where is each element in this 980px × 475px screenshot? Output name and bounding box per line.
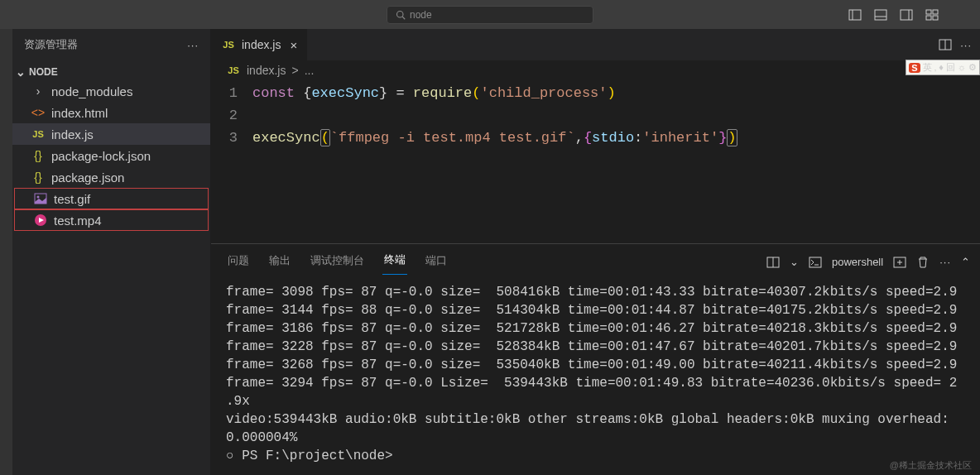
- search-icon: [396, 10, 406, 20]
- svg-rect-4: [875, 10, 886, 20]
- close-icon[interactable]: ×: [290, 38, 297, 52]
- term-tab-debug[interactable]: 调试控制台: [309, 250, 366, 275]
- file-label: package-lock.json: [51, 149, 151, 163]
- sidebar-item-package-json[interactable]: {} package.json: [12, 166, 210, 188]
- breadcrumb-file: index.js: [247, 64, 286, 77]
- svg-rect-8: [926, 10, 931, 14]
- watermark: @稀土掘金技术社区: [890, 459, 972, 472]
- ime-icons: ‚ ♦ 回 ☼ ⚙: [934, 61, 977, 74]
- svg-point-13: [37, 196, 40, 199]
- code-content[interactable]: const {execSync} = require('child_proces…: [252, 82, 980, 243]
- layout-grid-icon[interactable]: [925, 8, 939, 22]
- file-label: index.html: [51, 106, 108, 120]
- tab-index-js[interactable]: JS index.js ×: [211, 29, 308, 60]
- svg-rect-19: [809, 257, 821, 267]
- svg-rect-11: [933, 16, 938, 20]
- terminal-prompt: PS F:\project\node>: [242, 449, 392, 463]
- js-icon: JS: [221, 40, 236, 50]
- editor-more-icon[interactable]: ···: [960, 39, 972, 51]
- chevron-down-icon: ⌄: [16, 65, 26, 79]
- term-tab-problems[interactable]: 问题: [226, 250, 251, 275]
- line-gutter: 1 2 3: [211, 82, 252, 243]
- breadcrumb-sep: >: [291, 64, 298, 77]
- sidebar-more-icon[interactable]: ···: [187, 39, 199, 51]
- breadcrumbs[interactable]: JS index.js > ...: [211, 60, 980, 80]
- svg-rect-9: [933, 10, 938, 14]
- terminal-tabs: 问题 输出 调试控制台 终端 端口 ⌄ powershell ··· ⌃: [211, 244, 980, 275]
- folder-name: NODE: [29, 66, 58, 78]
- sidebar-item-index-html[interactable]: <> index.html: [12, 102, 210, 123]
- video-icon: [33, 214, 48, 227]
- chevron-down-icon[interactable]: ⌄: [790, 256, 799, 268]
- svg-rect-10: [926, 16, 931, 20]
- search-text: node: [410, 9, 432, 21]
- sidebar-title: 资源管理器: [24, 37, 78, 52]
- js-icon: JS: [226, 65, 241, 75]
- layout-bottom-icon[interactable]: [874, 8, 887, 22]
- titlebar-layout-icons: [848, 8, 939, 22]
- tab-label: index.js: [242, 38, 281, 51]
- terminal-more-icon[interactable]: ···: [939, 256, 951, 268]
- layout-right-icon[interactable]: [900, 8, 913, 22]
- command-search[interactable]: node: [387, 6, 593, 24]
- sidebar-item-index-js[interactable]: JS index.js: [12, 123, 210, 145]
- json-icon: {}: [31, 170, 46, 184]
- chevron-up-icon[interactable]: ⌃: [961, 256, 970, 268]
- svg-point-0: [397, 11, 404, 17]
- file-label: package.json: [51, 170, 124, 185]
- ime-lang: 英: [923, 61, 932, 74]
- breadcrumb-more: ...: [305, 64, 315, 77]
- terminal-panel: 问题 输出 调试控制台 终端 端口 ⌄ powershell ··· ⌃ fra…: [211, 243, 980, 475]
- file-label: test.mp4: [54, 214, 102, 228]
- editor-area: JS index.js × ··· JS index.js > ... 1 2 …: [211, 29, 980, 475]
- titlebar: node: [0, 0, 980, 29]
- shell-name[interactable]: powershell: [832, 256, 883, 268]
- sidebar-item-test-gif[interactable]: test.gif: [14, 188, 209, 209]
- html-icon: <>: [31, 106, 46, 119]
- sidebar-item-node-modules[interactable]: › node_modules: [12, 80, 210, 102]
- ime-badge[interactable]: S 英 ‚ ♦ 回 ☼ ⚙: [906, 60, 980, 75]
- terminal-body[interactable]: frame= 3098 fps= 87 q=-0.0 size= 508416k…: [211, 275, 980, 475]
- code-editor[interactable]: 1 2 3 const {execSync} = require('child_…: [211, 80, 980, 243]
- svg-line-1: [402, 17, 405, 19]
- split-terminal-icon[interactable]: [766, 256, 780, 269]
- layout-left-icon[interactable]: [848, 8, 862, 22]
- folder-header[interactable]: ⌄ NODE: [12, 64, 210, 80]
- prompt-icon: ○: [226, 449, 242, 463]
- editor-tabs: JS index.js × ···: [211, 29, 980, 60]
- activity-bar: [0, 29, 12, 475]
- image-icon: [33, 192, 48, 205]
- new-terminal-icon[interactable]: [893, 256, 906, 269]
- js-icon: JS: [31, 129, 46, 139]
- sidebar-item-package-lock[interactable]: {} package-lock.json: [12, 145, 210, 166]
- file-label: index.js: [51, 127, 94, 142]
- svg-rect-6: [901, 10, 912, 20]
- chevron-right-icon: ›: [31, 84, 46, 98]
- file-label: test.gif: [54, 192, 90, 206]
- json-icon: {}: [31, 149, 46, 162]
- terminal-shell-icon: [809, 256, 822, 269]
- file-label: node_modules: [51, 84, 132, 98]
- term-tab-ports[interactable]: 端口: [424, 250, 449, 275]
- sidebar: 资源管理器 ··· ⌄ NODE › node_modules <> index…: [12, 29, 211, 475]
- trash-icon[interactable]: [916, 256, 930, 269]
- split-icon[interactable]: [939, 38, 952, 51]
- ime-logo: S: [909, 63, 920, 73]
- svg-rect-2: [849, 10, 861, 20]
- sidebar-item-test-mp4[interactable]: test.mp4: [14, 209, 209, 231]
- term-tab-terminal[interactable]: 终端: [382, 249, 407, 275]
- term-tab-output[interactable]: 输出: [267, 250, 292, 275]
